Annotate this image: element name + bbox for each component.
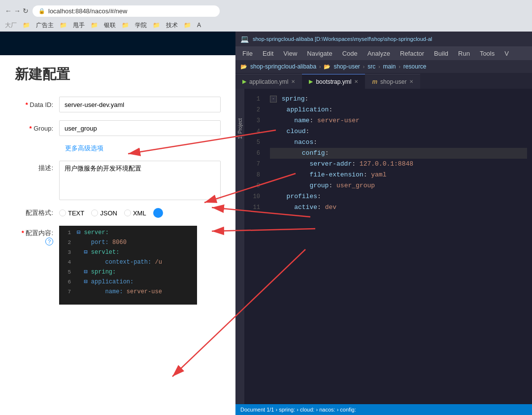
- back-icon[interactable]: ←: [5, 7, 12, 15]
- ide-title-text: shop-springcloud-alibaba [D:\Workspaces\…: [253, 36, 432, 42]
- code-line-ide-1: - spring:: [270, 94, 527, 104]
- menu-navigate[interactable]: Navigate: [302, 48, 337, 59]
- folder-icon-4: 📁: [122, 22, 129, 29]
- tab-application-yml[interactable]: ▶ application.yml ✕: [235, 74, 302, 89]
- folder-icon-3: 📁: [91, 22, 98, 29]
- gutter-8: 8: [244, 170, 265, 180]
- json-radio[interactable]: [91, 209, 98, 216]
- tab-close-application[interactable]: ✕: [291, 79, 295, 84]
- key-group: group: [279, 180, 329, 191]
- menu-v[interactable]: V: [499, 48, 514, 59]
- text-radio[interactable]: [59, 209, 66, 216]
- key-application: application: [279, 104, 329, 115]
- ide-breadcrumb: 📂 shop-springcloud-alibaba › 📂 shop-user…: [235, 60, 532, 73]
- code-line-1: 1 ⊟ server:: [61, 228, 195, 238]
- val-user-group: user_group: [336, 180, 375, 191]
- browser-chrome: ← → ↻ 🔒 localhost:8848/nacos/#/new: [0, 0, 532, 19]
- bookmark-shuaishou[interactable]: 甩手: [73, 21, 85, 30]
- page-title: 新建配置: [0, 55, 235, 92]
- bookmark-xueyuan[interactable]: 学院: [135, 21, 147, 30]
- breadcrumb-module[interactable]: shop-user: [333, 63, 360, 70]
- xml-radio[interactable]: [124, 209, 131, 216]
- code-line-ide-9: group: user_group: [270, 180, 527, 191]
- menu-run[interactable]: Run: [453, 48, 475, 59]
- key-spring: spring: [278, 94, 305, 104]
- forward-icon[interactable]: →: [14, 7, 21, 15]
- yaml-badge[interactable]: [153, 208, 163, 218]
- tab-yaml-icon-1: ▶: [242, 78, 246, 85]
- ide-code-content[interactable]: - spring: application: name: server-user: [265, 89, 532, 404]
- menu-tools[interactable]: Tools: [475, 48, 499, 59]
- statusbar-text: Document 1/1 › spring: › cloud: › nacos:…: [240, 407, 356, 413]
- menu-edit[interactable]: Edit: [258, 48, 278, 59]
- folder-icon-2: 📁: [60, 22, 67, 29]
- tab-bootstrap-yml[interactable]: ▶ bootstrap.yml ✕: [302, 74, 365, 89]
- gutter-7: 7: [244, 159, 265, 170]
- gutter-10: 10: [244, 191, 265, 202]
- data-id-input[interactable]: [59, 97, 221, 112]
- breadcrumb-sep-4: ›: [399, 64, 400, 69]
- content-label-row: * 配置内容: ? 1 ⊟ server: 2 port: 8060: [15, 226, 221, 305]
- json-label: JSON: [100, 209, 117, 217]
- desc-textarea[interactable]: 用户微服务的开发环境配置: [59, 161, 221, 200]
- ide-menubar: File Edit View Navigate Code Analyze Ref…: [235, 46, 532, 60]
- ide-statusbar: Document 1/1 › spring: › cloud: › nacos:…: [235, 404, 532, 415]
- breadcrumb-resources[interactable]: resource: [403, 63, 427, 70]
- advanced-options-link[interactable]: 更多高级选项: [65, 144, 221, 153]
- ide-tabbar: ▶ application.yml ✕ ▶ bootstrap.yml ✕ m …: [235, 73, 532, 89]
- breadcrumb-root[interactable]: shop-springcloud-alibaba: [250, 63, 316, 70]
- text-label: TEXT: [68, 209, 84, 217]
- breadcrumb-main[interactable]: main: [383, 63, 396, 70]
- code-line-ide-10: profiles:: [270, 191, 527, 202]
- code-line-ide-6: config:: [270, 148, 527, 159]
- format-json-option[interactable]: JSON: [91, 209, 117, 217]
- bookmark-yinlian[interactable]: 银联: [104, 21, 116, 30]
- bookmark-guanggaozhu[interactable]: 广告主: [36, 21, 54, 30]
- tab-close-shop-user[interactable]: ✕: [409, 79, 413, 84]
- help-icon[interactable]: ?: [45, 238, 53, 245]
- code-line-ide-5: nacos:: [270, 137, 527, 148]
- format-text-option[interactable]: TEXT: [59, 209, 84, 217]
- val-dev: dev: [325, 202, 336, 213]
- bookmark-a[interactable]: A: [197, 22, 201, 29]
- group-input[interactable]: [59, 120, 221, 136]
- key-profiles: profiles: [279, 191, 317, 202]
- code-editor[interactable]: 1 ⊟ server: 2 port: 8060 3 ⊟ servlet:: [59, 226, 197, 305]
- collapse-1[interactable]: -: [270, 96, 277, 103]
- val-server-addr: 127.0.0.1:8848: [360, 159, 413, 170]
- code-line-4: 4 context-path: /u: [61, 257, 195, 267]
- key-active: active: [279, 202, 317, 213]
- folder-icon-1: 📁: [23, 22, 30, 29]
- tab-label-bootstrap: bootstrap.yml: [316, 78, 351, 85]
- gutter-3: 3: [244, 115, 265, 126]
- address-bar[interactable]: 🔒 localhost:8848/nacos/#/new: [33, 5, 220, 17]
- lock-icon: 🔒: [38, 8, 45, 14]
- menu-analyze[interactable]: Analyze: [363, 48, 395, 59]
- menu-file[interactable]: File: [237, 48, 258, 59]
- format-options: TEXT JSON XML: [59, 208, 163, 218]
- tab-label-shop-user: shop-user: [380, 78, 406, 85]
- code-line-2: 2 port: 8060: [61, 238, 195, 247]
- format-xml-option[interactable]: XML: [124, 209, 146, 217]
- nacos-panel: 新建配置 Data ID: Group: 更多高级选项 描述:: [0, 32, 235, 415]
- form-container: Data ID: Group: 更多高级选项 描述: 用户微服务的开发环境配置: [0, 92, 235, 313]
- key-file-extension: file-extension: [279, 170, 364, 180]
- folder-icon-6: 📁: [184, 22, 191, 29]
- data-id-row: Data ID:: [15, 97, 221, 112]
- key-cloud: cloud: [279, 126, 306, 137]
- tab-close-bootstrap[interactable]: ✕: [354, 79, 358, 84]
- ide-titlebar: 💻 shop-springcloud-alibaba [D:\Workspace…: [235, 32, 532, 46]
- menu-refactor[interactable]: Refactor: [395, 48, 429, 59]
- tab-shop-user[interactable]: m shop-user ✕: [365, 74, 420, 89]
- breadcrumb-src[interactable]: src: [367, 63, 375, 70]
- menu-build[interactable]: Build: [429, 48, 453, 59]
- bookmark-jishu[interactable]: 技术: [166, 21, 178, 30]
- menu-code[interactable]: Code: [337, 48, 363, 59]
- gutter-1: 1: [244, 94, 265, 104]
- menu-view[interactable]: View: [278, 48, 302, 59]
- code-gutter: 1 2 3 4 5 6 7 8 9 10 11: [244, 89, 265, 404]
- reload-icon[interactable]: ↻: [23, 7, 29, 15]
- project-panel-strip: 1: Project: [235, 89, 244, 404]
- gutter-6: 6: [244, 148, 265, 159]
- code-line-ide-4: cloud:: [270, 126, 527, 137]
